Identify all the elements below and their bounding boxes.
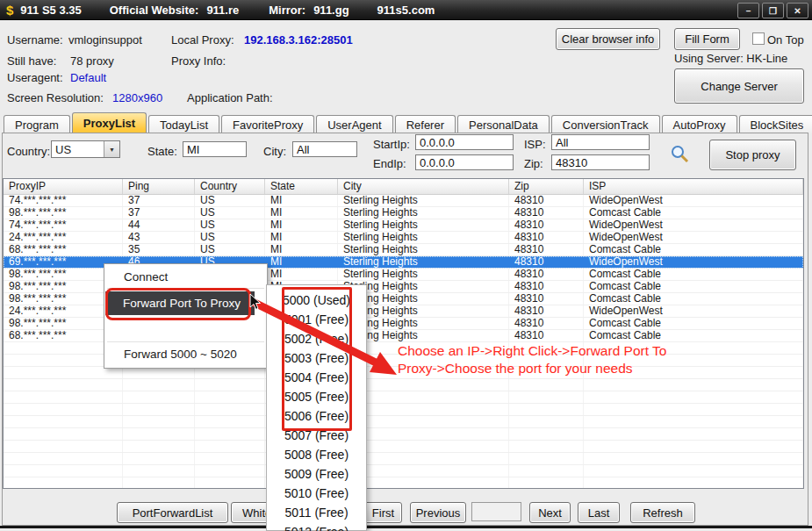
table-row[interactable]: 74.***.***.***44USMISterling Heights4831… <box>4 219 803 232</box>
port-item[interactable]: 5006 (Free) <box>267 406 366 426</box>
column-header-isp[interactable]: ISP <box>584 179 803 194</box>
useragent-value[interactable]: Default <box>70 71 106 84</box>
title-bar[interactable]: $ 911 S5 3.35 Official Website: 911.re M… <box>0 0 812 20</box>
tab-autoproxy[interactable]: AutoProxy <box>662 115 737 133</box>
chevron-down-icon[interactable]: ▼ <box>104 141 119 157</box>
table-cell <box>509 477 584 489</box>
clear-browser-info-button[interactable]: Clear browser info <box>556 28 660 50</box>
tab-useragent[interactable]: UserAgent <box>316 115 392 133</box>
table-cell <box>195 391 265 403</box>
port-item[interactable]: 5003 (Free) <box>267 348 366 368</box>
tab-referer[interactable]: Referer <box>395 115 456 133</box>
table-cell <box>195 441 265 452</box>
fill-form-button[interactable]: Fill Form <box>674 28 740 50</box>
country-select[interactable]: US ▼ <box>51 140 120 158</box>
port-item[interactable]: 5004 (Free) <box>267 368 366 387</box>
table-empty-row <box>4 428 803 441</box>
table-cell: Comcast Cable <box>584 269 803 280</box>
endip-input[interactable] <box>415 154 514 170</box>
table-cell: US <box>195 219 265 231</box>
port-forward-list-button[interactable]: PortForwardList <box>117 502 228 523</box>
table-cell <box>584 477 803 489</box>
screen-resolution-value[interactable]: 1280x960 <box>112 91 162 104</box>
first-page-button[interactable]: First <box>364 502 402 523</box>
using-server-label: Using Server: HK-Line <box>674 52 787 65</box>
column-header-country[interactable]: Country <box>195 179 265 194</box>
port-item[interactable]: 5007 (Free) <box>267 426 366 445</box>
table-header: ProxyIPPingCountryStateCityZipISP <box>4 179 803 195</box>
startip-input[interactable] <box>415 134 514 150</box>
column-header-ping[interactable]: Ping <box>123 179 195 194</box>
zip-input[interactable] <box>551 154 650 170</box>
tab-todaylist[interactable]: TodayList <box>148 115 219 133</box>
city-input[interactable] <box>292 141 357 157</box>
table-empty-row <box>4 441 803 453</box>
table-cell: 37 <box>123 207 195 219</box>
table-cell: US <box>195 244 265 255</box>
refresh-button[interactable]: Refresh <box>630 502 695 523</box>
local-proxy-value: 192.168.3.162:28501 <box>244 33 353 47</box>
next-page-button[interactable]: Next <box>529 502 571 523</box>
last-page-button[interactable]: Last <box>578 502 620 523</box>
table-cell <box>584 441 803 452</box>
table-cell <box>584 391 803 403</box>
port-item[interactable]: 5010 (Free) <box>267 484 366 503</box>
table-cell <box>123 416 195 427</box>
previous-page-button[interactable]: Previous <box>410 502 466 523</box>
menu-item-forward-range[interactable]: Forward 5000 ~ 5020 <box>105 345 266 363</box>
minimize-button[interactable]: – <box>737 3 759 18</box>
menu-item-forward-port[interactable]: Forward Port To Proxy <box>105 291 255 315</box>
table-cell: Sterling Heights <box>338 207 509 219</box>
tab-proxylist[interactable]: ProxyList <box>72 112 147 133</box>
table-row[interactable]: 98.***.***.***37USMISterling Heights4831… <box>4 207 803 219</box>
column-header-state[interactable]: State <box>265 179 338 194</box>
port-item[interactable]: 5000 (Used) <box>267 291 366 310</box>
port-item[interactable]: 5011 (Free) <box>267 503 366 522</box>
port-item[interactable]: 5012 (Free) <box>267 522 366 531</box>
table-cell: 74.***.***.*** <box>4 219 123 231</box>
column-header-zip[interactable]: Zip <box>509 179 584 194</box>
table-row[interactable]: 24.***.***.***43USMISterling Heights4831… <box>4 232 803 244</box>
table-cell <box>509 453 584 464</box>
close-button[interactable]: ✕ <box>787 3 808 18</box>
table-cell: MI <box>265 256 338 268</box>
table-cell: 48310 <box>509 207 584 219</box>
page-number-input[interactable] <box>471 502 521 521</box>
table-cell: 48310 <box>509 330 584 341</box>
isp-input[interactable] <box>551 134 650 150</box>
startip-label: StartIp: <box>373 138 410 151</box>
table-cell: 48310 <box>509 219 584 231</box>
column-header-city[interactable]: City <box>338 179 509 194</box>
port-item[interactable]: 5008 (Free) <box>267 445 366 464</box>
table-row[interactable]: 74.***.***.***37USMISterling Heights4831… <box>4 195 803 207</box>
on-top-checkbox[interactable] <box>752 32 765 45</box>
table-cell: 35 <box>123 244 195 255</box>
proxy-info-label: Proxy Info: <box>171 54 226 68</box>
port-item[interactable]: 5009 (Free) <box>267 464 366 484</box>
maximize-button[interactable]: ❐ <box>762 3 784 18</box>
tab-program[interactable]: Program <box>4 115 70 133</box>
username-value: vmloginsuppot <box>68 33 142 47</box>
change-server-button[interactable]: Change Server <box>674 68 804 104</box>
tab-blocksites[interactable]: BlockSites <box>739 115 812 133</box>
table-cell: 43 <box>123 232 195 243</box>
tab-personaldata[interactable]: PersonalData <box>457 115 550 133</box>
table-cell <box>195 416 265 427</box>
zip-label: Zip: <box>524 157 543 170</box>
app-title: 911 S5 3.35 <box>20 4 81 17</box>
port-item[interactable]: 5005 (Free) <box>267 387 366 406</box>
menu-item-connect[interactable]: Connect <box>105 268 266 286</box>
table-cell: US <box>195 195 265 206</box>
state-label: State: <box>147 145 177 158</box>
port-item[interactable]: 5001 (Free) <box>267 310 366 329</box>
column-header-proxyip[interactable]: ProxyIP <box>4 179 123 194</box>
tab-conversiontrack[interactable]: ConversionTrack <box>551 115 660 133</box>
table-cell <box>584 453 803 464</box>
table-empty-row <box>4 465 803 477</box>
port-item[interactable]: 5002 (Free) <box>267 329 366 348</box>
tab-favoriteproxy[interactable]: FavoriteProxy <box>221 115 314 133</box>
table-cell <box>4 416 123 427</box>
table-row[interactable]: 68.***.***.***35USMISterling Heights4831… <box>4 244 803 256</box>
state-input[interactable] <box>183 141 247 157</box>
stop-proxy-button[interactable]: Stop proxy <box>709 140 796 170</box>
